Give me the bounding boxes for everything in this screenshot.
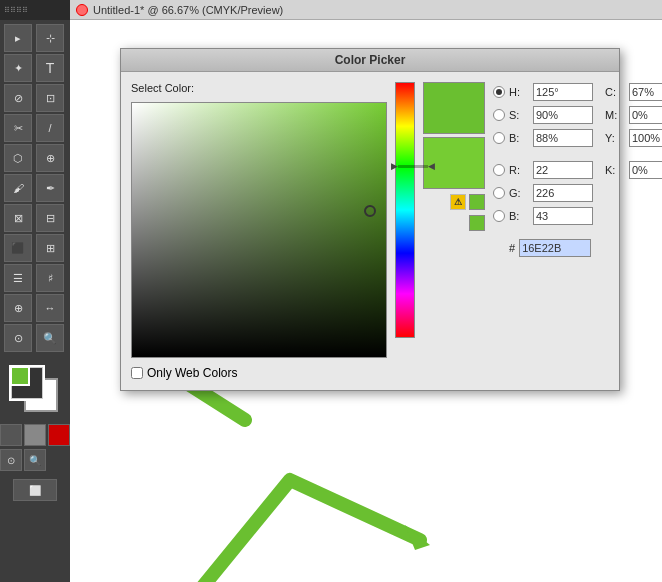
middle-section: ⚠: [423, 82, 485, 380]
hue-slider[interactable]: ▶ ◀: [395, 82, 415, 338]
screen-mode-btn[interactable]: ⬜: [13, 479, 57, 501]
window-titlebar: Untitled-1* @ 66.67% (CMYK/Preview): [70, 0, 662, 20]
sidebar-bottom-row: [0, 424, 70, 446]
tool-btn-gray1[interactable]: [0, 424, 22, 446]
tool-fill[interactable]: ⬛: [4, 234, 32, 262]
toolbar-grid: ▸ ⊹ ✦ T ⊘ ⊡ ✂ / ⬡ ⊕ 🖌 ✒ ⊠ ⊟ ⬛ ⊞ ☰ ♯ ⊕ ↔ …: [0, 20, 70, 356]
B2-input[interactable]: [533, 207, 593, 225]
G-input[interactable]: [533, 184, 593, 202]
K-input[interactable]: [629, 161, 662, 179]
hex-label: #: [509, 242, 515, 254]
hue-slider-section: ▶ ◀: [395, 82, 415, 380]
color-picker-dialog: Color Picker Select Color:: [120, 48, 620, 391]
tool-scale[interactable]: ⊟: [36, 204, 64, 232]
divider2: [493, 229, 662, 235]
R-input[interactable]: [533, 161, 593, 179]
right-section: H: C: S: M: B:: [493, 82, 662, 380]
S-input[interactable]: [533, 106, 593, 124]
web-colors-row: Only Web Colors: [131, 366, 387, 380]
web-safe-swatch[interactable]: [469, 194, 485, 210]
active-green-swatch[interactable]: [10, 366, 30, 386]
sidebar-titlebar: ⠿⠿⠿⠿: [0, 0, 70, 20]
S-row: S: M:: [493, 105, 662, 125]
tool-pen[interactable]: ✦: [4, 54, 32, 82]
B-radio[interactable]: [493, 132, 505, 144]
tool-mesh[interactable]: ♯: [36, 264, 64, 292]
canvas-area[interactable]: Color Picker Select Color:: [70, 20, 662, 582]
hex-row: #: [493, 238, 662, 258]
tool-shape[interactable]: ⬡: [4, 144, 32, 172]
hex-input[interactable]: [519, 239, 591, 257]
tool-rotate[interactable]: ⊕: [36, 144, 64, 172]
color-indicator-area: [8, 364, 62, 416]
tool-zoom[interactable]: ⊙: [4, 324, 32, 352]
color-gradient-picker[interactable]: [131, 102, 387, 358]
R-label: R:: [509, 164, 529, 176]
tool-btn-red[interactable]: [48, 424, 70, 446]
tool-type[interactable]: T: [36, 54, 64, 82]
tool-blob[interactable]: ✒: [36, 174, 64, 202]
H-label: H:: [509, 86, 529, 98]
web-colors-label: Only Web Colors: [147, 366, 237, 380]
dialog-content: Select Color: Only Web Colors: [121, 72, 619, 390]
divider: [493, 151, 662, 157]
R-radio[interactable]: [493, 164, 505, 176]
H-radio[interactable]: [493, 86, 505, 98]
tool-crop[interactable]: ⊡: [36, 84, 64, 112]
M-input[interactable]: [629, 106, 662, 124]
S-label: S:: [509, 109, 529, 121]
tool-line[interactable]: /: [36, 114, 64, 142]
tool-direct-select[interactable]: ⊹: [36, 24, 64, 52]
B2-row: B:: [493, 206, 662, 226]
G-row: G:: [493, 183, 662, 203]
R-row: R: K:: [493, 160, 662, 180]
B2-label: B:: [509, 210, 529, 222]
select-color-label: Select Color:: [131, 82, 387, 94]
window-close-btn[interactable]: [76, 4, 88, 16]
C-input[interactable]: [629, 83, 662, 101]
hue-slider-handle: ▶ ◀: [391, 161, 435, 171]
sidebar: ⠿⠿⠿⠿ ▸ ⊹ ✦ T ⊘ ⊡ ✂ / ⬡ ⊕ 🖌 ✒ ⊠ ⊟ ⬛ ⊞ ☰ ♯…: [0, 0, 70, 582]
tool-view1[interactable]: ⊙: [0, 449, 22, 471]
tool-hand[interactable]: ↔: [36, 294, 64, 322]
sidebar-screen-mode: ⬜: [0, 479, 70, 501]
tool-zoom2[interactable]: 🔍: [36, 324, 64, 352]
B-input[interactable]: [533, 129, 593, 147]
tool-lasso[interactable]: ⊘: [4, 84, 32, 112]
svg-marker-1: [405, 525, 430, 550]
web-colors-checkbox[interactable]: [131, 367, 143, 379]
B2-radio[interactable]: [493, 210, 505, 222]
tool-eraser[interactable]: ⊠: [4, 204, 32, 232]
tool-select[interactable]: ▸: [4, 24, 32, 52]
left-section: Select Color: Only Web Colors: [131, 82, 387, 380]
G-radio[interactable]: [493, 187, 505, 199]
tool-btn-gray2[interactable]: [24, 424, 46, 446]
C-label: C:: [605, 86, 625, 98]
tool-scissor[interactable]: ✂: [4, 114, 32, 142]
tool-view2[interactable]: 🔍: [24, 449, 46, 471]
sidebar-magnifier-row: ⊙ 🔍: [0, 449, 70, 471]
tool-blend[interactable]: ☰: [4, 264, 32, 292]
B-row: B: Y:: [493, 128, 662, 148]
Y-label: Y:: [605, 132, 625, 144]
tool-brush[interactable]: 🖌: [4, 174, 32, 202]
alert-row: ⚠: [450, 194, 485, 210]
K-label: K:: [605, 164, 625, 176]
new-color-preview: [423, 82, 485, 134]
Y-input[interactable]: [629, 129, 662, 147]
web-swatch-2[interactable]: [469, 215, 485, 231]
M-label: M:: [605, 109, 625, 121]
S-radio[interactable]: [493, 109, 505, 121]
B-label: B:: [509, 132, 529, 144]
H-row: H: C:: [493, 82, 662, 102]
alert-icon[interactable]: ⚠: [450, 194, 466, 210]
main-area: Untitled-1* @ 66.67% (CMYK/Preview) Colo…: [70, 0, 662, 582]
tool-eyedropper[interactable]: ⊞: [36, 234, 64, 262]
H-input[interactable]: [533, 83, 593, 101]
dialog-title: Color Picker: [121, 49, 619, 72]
window-title: Untitled-1* @ 66.67% (CMYK/Preview): [93, 4, 283, 16]
G-label: G:: [509, 187, 529, 199]
tool-gradient[interactable]: ⊕: [4, 294, 32, 322]
